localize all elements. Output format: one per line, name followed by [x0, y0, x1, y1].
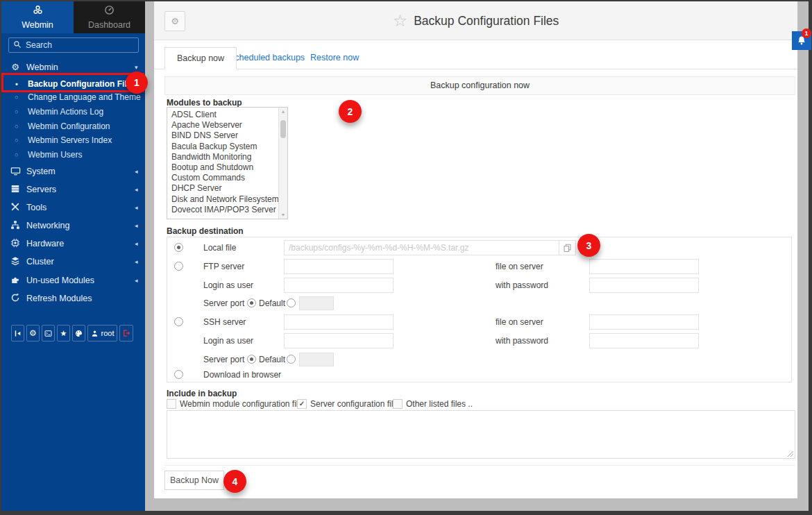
page-title: Backup Configuration Files — [414, 14, 559, 28]
sidebar-item-webmin-users[interactable]: ○ Webmin Users — [1, 148, 145, 162]
sidebar-category-servers[interactable]: Servers ◂ — [1, 180, 145, 199]
ftp-port-input[interactable] — [299, 296, 334, 310]
ssh-port-default-radio[interactable] — [247, 355, 256, 364]
sidebar-category-label: Webmin — [26, 58, 58, 77]
sidebar-search — [8, 37, 139, 53]
ssh-password-label: with password — [496, 333, 548, 348]
sidebar-category-webmin[interactable]: ⚙ Webmin ▾ — [1, 58, 145, 77]
ssh-file-on-server-label: file on server — [496, 314, 543, 330]
star-icon: ★ — [60, 329, 67, 338]
tab-backup-now[interactable]: Backup now — [164, 47, 237, 69]
webmin-logo-icon — [33, 5, 43, 18]
modules-listbox[interactable]: ADSL Client Apache Webserver BIND DNS Se… — [167, 107, 288, 219]
theme-palette-button[interactable] — [72, 325, 85, 341]
sidebar-item-webmin-servers-index[interactable]: ○ Webmin Servers Index — [1, 133, 145, 148]
ftp-port-default-label: Default — [259, 296, 285, 311]
terminal-button[interactable] — [42, 325, 55, 341]
sidebar-category-cluster[interactable]: Cluster ◂ — [1, 253, 145, 271]
ftp-port-label: Server port — [203, 296, 244, 311]
chevron-left-icon: ◂ — [135, 180, 138, 199]
footer-divider — [164, 465, 795, 466]
sidebar-category-tools[interactable]: Tools ◂ — [1, 199, 145, 217]
favorites-button[interactable]: ★ — [57, 325, 70, 341]
tab-dashboard[interactable]: Dashboard — [74, 1, 145, 33]
search-input[interactable] — [26, 40, 134, 50]
list-item[interactable]: Bandwidth Monitoring — [167, 152, 278, 162]
list-item[interactable]: Disk and Network Filesystems — [167, 194, 278, 205]
ssh-server-radio[interactable] — [174, 317, 183, 326]
collapse-sidebar-button[interactable] — [11, 325, 24, 341]
puzzle-icon — [10, 275, 21, 286]
chevron-left-icon: ◂ — [135, 217, 138, 235]
theme-options-button[interactable]: ⚙ — [26, 325, 40, 341]
list-item[interactable]: Custom Commands — [167, 173, 278, 183]
user-root-button[interactable]: root — [87, 325, 117, 341]
sidebar-item-change-language-theme[interactable]: ○ Change Language and Theme — [1, 90, 145, 105]
local-file-label: Local file — [203, 240, 236, 255]
ftp-port-default-radio[interactable] — [247, 298, 256, 307]
tab-webmin[interactable]: Webmin — [1, 1, 74, 33]
ftp-password-input[interactable] — [589, 278, 699, 293]
sidebar-item-webmin-actions-log[interactable]: ○ Webmin Actions Log — [1, 105, 145, 119]
module-config-button[interactable]: ⚙ — [164, 11, 185, 31]
list-item[interactable]: Bootup and Shutdown — [167, 162, 278, 173]
ssh-port-custom-radio[interactable] — [287, 355, 296, 364]
ssh-port-input[interactable] — [299, 353, 334, 366]
bullet-hollow-icon: ○ — [15, 105, 18, 119]
ssh-file-on-server-input[interactable] — [589, 314, 699, 330]
list-item[interactable]: Dovecot IMAP/POP3 Server — [167, 205, 278, 215]
ftp-server-input[interactable] — [284, 259, 394, 274]
listbox-scrollbar[interactable]: ▲ ▼ — [278, 108, 287, 219]
ftp-server-radio[interactable] — [174, 262, 183, 271]
other-listed-files-checkbox[interactable] — [393, 399, 403, 409]
ftp-login-input[interactable] — [284, 278, 394, 293]
scrollbar-thumb[interactable] — [280, 120, 286, 138]
logout-button[interactable] — [119, 325, 133, 341]
chevron-left-icon: ◂ — [135, 271, 138, 290]
download-in-browser-radio[interactable] — [174, 370, 183, 379]
tab-dashboard-label: Dashboard — [88, 20, 130, 30]
sidebar-refresh-modules[interactable]: Refresh Modules — [1, 289, 145, 308]
ssh-port-label: Server port — [203, 352, 244, 367]
ssh-login-input[interactable] — [284, 333, 394, 348]
other-files-textarea[interactable] — [167, 410, 795, 459]
list-item[interactable]: DHCP Server — [167, 183, 278, 194]
sidebar-item-webmin-configuration[interactable]: ○ Webmin Configuration — [1, 119, 145, 134]
scroll-up-icon[interactable]: ▲ — [279, 109, 287, 114]
main-content: ☆ Backup Configuration Files ⚙ Backup no… — [154, 1, 797, 498]
server-config-files-label: Server configuration files — [310, 399, 402, 410]
favorite-star-icon[interactable]: ☆ — [393, 12, 408, 29]
annotation-badge-4: 4 — [223, 470, 246, 493]
list-item[interactable]: Apache Webserver — [167, 120, 278, 130]
local-file-radio[interactable] — [174, 243, 183, 252]
list-item[interactable]: Bacula Backup System — [167, 142, 278, 152]
sidebar-category-hardware[interactable]: Hardware ◂ — [1, 235, 145, 253]
ssh-password-input[interactable] — [589, 333, 699, 348]
user-name-label: root — [101, 329, 115, 337]
tab-scheduled-backups[interactable]: Scheduled backups — [229, 53, 305, 62]
server-config-files-checkbox[interactable]: ✓ — [297, 399, 307, 409]
monitor-icon — [10, 166, 21, 177]
refresh-icon — [10, 293, 21, 304]
ssh-server-input[interactable] — [284, 314, 394, 330]
gear-icon: ⚙ — [29, 328, 37, 338]
other-listed-files-label: Other listed files .. — [406, 399, 473, 410]
network-icon — [10, 220, 21, 231]
backup-now-button[interactable]: Backup Now — [164, 471, 224, 490]
local-file-input[interactable] — [284, 240, 559, 255]
annotation-badge-3: 3 — [577, 234, 600, 257]
scroll-down-icon[interactable]: ▼ — [279, 212, 287, 217]
annotation-badge-2: 2 — [339, 100, 362, 123]
sidebar-category-networking[interactable]: Networking ◂ — [1, 217, 145, 235]
webmin-module-files-checkbox[interactable] — [167, 399, 176, 409]
tab-restore-now[interactable]: Restore now — [310, 53, 359, 62]
sidebar-category-unused-modules[interactable]: Un-used Modules ◂ — [1, 271, 145, 290]
file-chooser-button[interactable] — [559, 240, 576, 255]
list-item[interactable]: BIND DNS Server — [167, 130, 278, 141]
ftp-port-custom-radio[interactable] — [287, 298, 296, 307]
chevron-left-icon: ◂ — [135, 235, 138, 253]
resize-handle-icon[interactable] — [786, 450, 794, 457]
sidebar-category-system[interactable]: System ◂ — [1, 162, 145, 181]
list-item[interactable]: ADSL Client — [167, 110, 278, 120]
ftp-file-on-server-input[interactable] — [589, 259, 699, 274]
